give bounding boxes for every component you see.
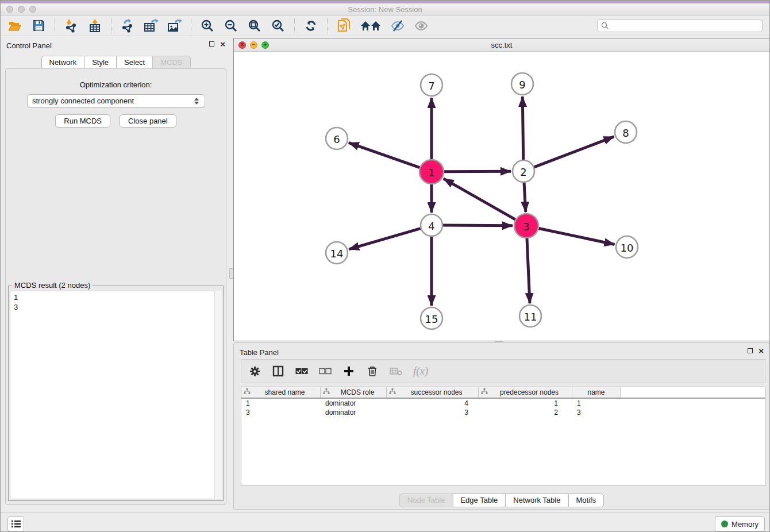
column-header-name[interactable]: name — [572, 387, 621, 398]
tab-edge-table[interactable]: Edge Table — [452, 494, 506, 507]
table-cell[interactable]: 1 — [479, 399, 572, 407]
edge-1-2[interactable] — [444, 171, 511, 172]
memory-button[interactable]: Memory — [715, 516, 765, 531]
gear-icon[interactable] — [248, 365, 261, 377]
delete-table-icon[interactable] — [390, 365, 402, 377]
task-history-button[interactable] — [7, 516, 24, 531]
tab-mcds[interactable]: MCDS — [152, 56, 190, 70]
table-row[interactable]: 1dominator411 — [241, 399, 765, 408]
column-layout-icon[interactable] — [272, 365, 284, 377]
tab-select[interactable]: Select — [116, 56, 153, 70]
function-builder-icon[interactable]: f(x) — [413, 365, 428, 377]
edge-2-9[interactable] — [522, 97, 523, 160]
table-cell[interactable]: 1 — [241, 399, 321, 407]
table-cell[interactable]: 2 — [479, 408, 572, 417]
table-row[interactable]: 3dominator323 — [241, 408, 765, 417]
import-network-icon[interactable] — [64, 18, 79, 33]
graph-node-3[interactable]: 3 — [514, 214, 538, 238]
result-scrollbar[interactable] — [214, 291, 222, 499]
column-header-mcds-role[interactable]: MCDS role — [321, 387, 387, 398]
tab-node-table[interactable]: Node Table — [399, 494, 453, 507]
new-network-from-selection-icon[interactable] — [336, 18, 351, 33]
show-all-icon[interactable] — [414, 18, 429, 33]
save-session-icon[interactable] — [31, 18, 46, 33]
graph-node-4[interactable]: 4 — [421, 214, 442, 236]
column-header-shared-name[interactable]: shared name — [241, 387, 321, 398]
table-header-row: shared nameMCDS rolesuccessor nodesprede… — [241, 387, 765, 399]
float-table-panel-icon[interactable] — [748, 348, 753, 353]
table-cell[interactable]: 1 — [572, 399, 621, 407]
graph-node-11[interactable]: 11 — [519, 305, 541, 327]
tab-style[interactable]: Style — [84, 56, 117, 70]
float-panel-icon[interactable] — [209, 41, 214, 47]
status-bar: Memory — [1, 512, 769, 532]
open-session-icon[interactable] — [7, 18, 22, 33]
graph-node-10[interactable]: 10 — [616, 236, 638, 258]
unselect-all-icon[interactable] — [319, 365, 332, 377]
zoom-fit-icon[interactable] — [247, 18, 262, 33]
application-window: Session: New Session — [0, 0, 770, 532]
edge-4-3[interactable] — [443, 225, 513, 226]
export-network-icon[interactable] — [120, 18, 135, 33]
edge-2-3[interactable] — [524, 183, 526, 212]
table-cell[interactable]: 3 — [387, 408, 479, 417]
search-field[interactable] — [597, 19, 763, 32]
column-type-icon — [481, 388, 488, 396]
close-table-panel-icon[interactable]: × — [759, 348, 764, 353]
graph-node-1[interactable]: 1 — [419, 160, 444, 184]
tab-network-table[interactable]: Network Table — [505, 494, 568, 507]
table-cell[interactable]: 4 — [387, 399, 479, 407]
tab-network[interactable]: Network — [41, 56, 84, 70]
select-all-icon[interactable] — [295, 365, 308, 377]
table-body: 1dominator4113dominator323 — [241, 399, 765, 417]
table-cell[interactable]: 3 — [572, 408, 621, 417]
edge-3-11[interactable] — [527, 238, 530, 303]
table-cell[interactable]: dominator — [321, 399, 387, 407]
first-neighbors-icon[interactable] — [360, 18, 382, 33]
edge-1-6[interactable] — [349, 142, 419, 167]
column-header-successor-nodes[interactable]: successor nodes — [387, 387, 479, 398]
edge-2-8[interactable] — [534, 137, 614, 167]
mcds-result-group: MCDS result (2 nodes) 13 — [8, 286, 224, 501]
export-table-icon[interactable] — [144, 18, 159, 33]
table-cell[interactable]: dominator — [321, 408, 387, 417]
zoom-out-icon[interactable] — [224, 18, 238, 33]
hide-selected-icon[interactable] — [390, 18, 405, 33]
mcds-result-list: 13 — [10, 291, 222, 499]
graph-node-2[interactable]: 2 — [513, 160, 534, 182]
export-image-icon[interactable] — [167, 18, 182, 33]
column-header-predecessor-nodes[interactable]: predecessor nodes — [479, 387, 572, 398]
network-window-titlebar[interactable]: × − + scc.txt — [234, 38, 769, 52]
column-type-icon — [323, 388, 330, 396]
graph-node-8[interactable]: 8 — [615, 121, 637, 143]
graph-node-15[interactable]: 15 — [421, 307, 442, 329]
network-canvas[interactable]: 7968124314101511 — [234, 52, 769, 341]
table-toolbar: f(x) — [241, 359, 765, 383]
table-cell[interactable]: 3 — [241, 408, 321, 417]
close-panel-button[interactable]: Close panel — [120, 114, 176, 128]
optimization-criterion-label: Optimization criterion: — [6, 80, 226, 89]
graph-node-7[interactable]: 7 — [421, 74, 442, 96]
edge-3-1[interactable] — [444, 179, 515, 219]
zoom-selected-icon[interactable] — [271, 18, 286, 33]
node-label: 7 — [428, 80, 434, 92]
app-titlebar: Session: New Session — [1, 3, 769, 16]
tab-motifs[interactable]: Motifs — [568, 494, 604, 507]
graph-node-14[interactable]: 14 — [326, 242, 348, 264]
graph-node-6[interactable]: 6 — [326, 128, 348, 149]
graph-node-9[interactable]: 9 — [511, 73, 533, 95]
add-column-icon[interactable] — [342, 365, 355, 377]
refresh-layout-icon[interactable] — [303, 18, 318, 33]
zoom-in-icon[interactable] — [200, 18, 215, 33]
network-canvas-svg: 7968124314101511 — [234, 52, 769, 341]
edge-3-10[interactable] — [539, 229, 615, 245]
import-table-icon[interactable] — [87, 18, 102, 33]
edge-4-14[interactable] — [349, 229, 421, 249]
memory-status-icon — [721, 521, 728, 527]
delete-column-icon[interactable] — [366, 365, 379, 377]
run-mcds-button[interactable]: Run MCDS — [55, 114, 110, 128]
column-type-icon — [389, 388, 396, 396]
close-panel-icon[interactable]: × — [220, 41, 225, 47]
criterion-select[interactable]: strongly connected component — [27, 94, 205, 107]
search-input[interactable] — [611, 22, 759, 30]
